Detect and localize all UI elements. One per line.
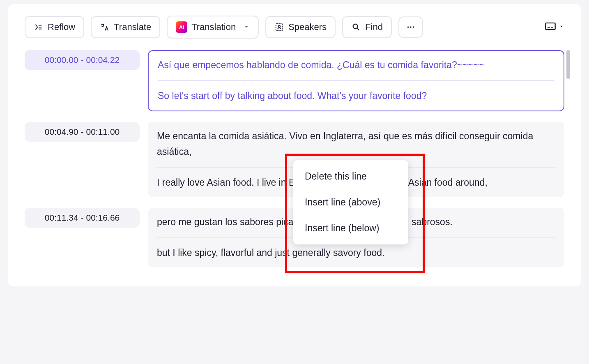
translate-button[interactable]: Translate	[91, 16, 160, 38]
speakers-button[interactable]: Speakers	[265, 16, 336, 38]
menu-insert-below[interactable]: Insert line (below)	[293, 215, 408, 241]
svg-rect-10	[545, 23, 555, 30]
view-mode-dropdown[interactable]	[545, 21, 564, 34]
timestamp[interactable]: 00:04.90 - 00:11.00	[25, 122, 140, 142]
menu-insert-above[interactable]: Insert line (above)	[293, 189, 408, 215]
menu-delete-line[interactable]: Delete this line	[293, 164, 408, 189]
speakers-icon	[274, 22, 284, 32]
ellipsis-icon	[406, 22, 416, 32]
svg-point-7	[407, 26, 409, 28]
ai-icon: AI	[176, 21, 187, 33]
translation-label: Translation	[191, 22, 236, 32]
scrollbar[interactable]	[566, 50, 570, 79]
source-text[interactable]: Así que empecemos hablando de comida. ¿C…	[158, 58, 554, 73]
divider	[158, 81, 554, 81]
timestamp[interactable]: 00:11.34 - 00:16.66	[25, 208, 140, 228]
chevron-down-icon	[243, 22, 250, 32]
find-button[interactable]: Find	[342, 16, 392, 38]
svg-point-9	[412, 26, 414, 28]
more-button[interactable]	[398, 16, 423, 38]
translation-text[interactable]: So let's start off by talking about food…	[158, 88, 554, 104]
svg-line-6	[357, 28, 359, 30]
reflow-icon	[34, 22, 44, 32]
search-icon	[351, 22, 361, 32]
svg-point-5	[353, 24, 358, 29]
source-text[interactable]: Me encanta la comida asiática. Vivo en I…	[157, 129, 555, 160]
find-label: Find	[365, 22, 383, 32]
reflow-label: Reflow	[48, 22, 75, 32]
svg-point-8	[410, 26, 412, 28]
transcript-content: 00:00.00 - 00:04.22 Así que empecemos ha…	[25, 50, 564, 267]
context-menu: Delete this line Insert line (above) Ins…	[293, 160, 408, 244]
chevron-down-icon	[559, 23, 564, 31]
toolbar: Reflow Translate AI Translation	[25, 4, 564, 50]
translate-label: Translate	[114, 22, 151, 32]
reflow-button[interactable]: Reflow	[25, 16, 84, 38]
translate-icon	[100, 22, 110, 32]
captions-icon	[545, 21, 556, 34]
timestamp[interactable]: 00:00.00 - 00:04.22	[25, 50, 140, 70]
speakers-label: Speakers	[288, 22, 327, 32]
text-cell[interactable]: Así que empecemos hablando de comida. ¿C…	[148, 50, 564, 111]
editor-container: Reflow Translate AI Translation	[8, 4, 581, 286]
svg-point-4	[278, 25, 281, 28]
transcript-row: 00:00.00 - 00:04.22 Así que empecemos ha…	[25, 50, 564, 111]
translation-text[interactable]: but I like spicy, flavorful and just gen…	[157, 245, 555, 261]
translation-dropdown-button[interactable]: AI Translation	[167, 16, 259, 39]
